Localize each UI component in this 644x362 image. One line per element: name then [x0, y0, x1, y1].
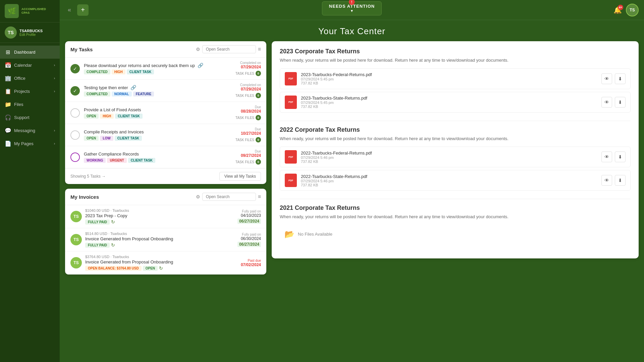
my-tasks-title: My Tasks [70, 47, 93, 52]
my-tasks-header: My Tasks ⚙ ≡ [65, 41, 266, 58]
tax-section-desc: When ready, your returns will be posted … [280, 135, 631, 142]
notification-button[interactable]: 🔔 4+ [613, 6, 622, 14]
task-date: 08/28/2024 [221, 109, 261, 114]
sidebar-item-files[interactable]: 📁 Files [0, 98, 60, 111]
task-meta: Due 08/28/2024 TASK FILES 0 [221, 105, 261, 120]
view-pdf-button[interactable]: 👁 [601, 73, 612, 84]
pdf-icon: PDF [285, 174, 297, 187]
tag: URGENT [107, 158, 126, 163]
download-pdf-button[interactable]: ⬇ [615, 175, 626, 186]
content-area: My Tasks ⚙ ≡ ✓ Please download your retu… [60, 41, 644, 362]
tag: FEATURE [133, 92, 154, 97]
sidebar-item-calendar[interactable]: 📅 Calendar › [0, 59, 60, 72]
support-icon: 🎧 [5, 114, 11, 121]
office-icon: 🏢 [5, 75, 11, 81]
sidebar-item-dashboard[interactable]: ⊞ Dashboard [0, 46, 60, 59]
task-tags: WORKING URGENT CLIENT TASK [84, 158, 217, 163]
sidebar-nav: ⊞ Dashboard 📅 Calendar › 🏢 Office › 📋 Pr… [0, 43, 60, 362]
invoice-name: Invoice Generated from Proposal Onboardi… [85, 236, 221, 241]
sidebar-item-my-pages[interactable]: 📄 My Pages › [0, 137, 60, 150]
invoice-item[interactable]: TS $1040.00 USD · Tsarbucks 2023 Tax Pre… [65, 205, 266, 228]
my-pages-icon: 📄 [5, 140, 11, 147]
menu-icon[interactable]: ≡ [258, 194, 261, 200]
chevron-down-icon: ▾ [351, 9, 353, 13]
task-item[interactable]: ◷ Provide a List of Fixed Assets OPEN HI… [65, 102, 266, 124]
invoice-pastdue-label: Past due [224, 259, 261, 262]
tax-section-2022: 2022 Corporate Tax Returns When ready, y… [280, 126, 631, 191]
invoice-date2: 06/27/2024 [237, 219, 261, 224]
sidebar-item-label: My Pages [14, 141, 34, 146]
link-icon: 🔗 [130, 85, 136, 90]
add-button[interactable]: + [77, 4, 89, 16]
sidebar-item-projects[interactable]: 📋 Projects › [0, 85, 60, 98]
task-meta: Due 10/27/2024 TASK FILES 0 [221, 127, 261, 142]
tasks-search-input[interactable] [202, 45, 256, 53]
task-files: TASK FILES 0 [221, 137, 261, 142]
chevron-right-icon: › [54, 129, 55, 132]
tag: COMPLETED [84, 69, 110, 74]
filter-icon[interactable]: ⚙ [196, 47, 200, 52]
edit-profile-link[interactable]: Edit Profile [19, 33, 43, 37]
main-content: Your Tax Center My Tasks ⚙ ≡ ✓ [60, 0, 644, 362]
pdf-name: 2022-Tsarbucks-State-Returns.pdf [301, 174, 597, 179]
folder-icon: 📂 [284, 230, 294, 239]
invoice-amount: $1040.00 USD · Tsarbucks [85, 208, 221, 213]
divider [280, 121, 631, 121]
pdf-item: PDF 2022-Tsarbucks-State-Returns.pdf 07/… [280, 170, 631, 191]
view-pdf-button[interactable]: 👁 [601, 175, 612, 186]
view-all-tasks-button[interactable]: View all My Tasks [219, 172, 261, 181]
invoice-avatar: TS [70, 234, 82, 245]
files-icon: 📁 [5, 101, 11, 108]
task-files: TASK FILES 0 [221, 71, 261, 76]
task-date: 09/27/2024 [221, 153, 261, 158]
tag: FULLY PAID [85, 243, 110, 248]
invoice-amount: $514.80 USD · Tsarbucks [85, 232, 221, 236]
back-button[interactable]: « [65, 5, 74, 15]
profile-area[interactable]: TS TSARBUCKS Edit Profile [0, 22, 60, 43]
pdf-item: PDF 2023-Tsarbucks-State-Returns.pdf 07/… [280, 92, 631, 113]
menu-icon[interactable]: ≡ [258, 46, 261, 52]
sidebar-item-office[interactable]: 🏢 Office › [0, 72, 60, 85]
task-item[interactable]: ✓ Testing type then enter 🔗 COMPLETED NO… [65, 80, 266, 102]
notification-badge: 4+ [618, 5, 623, 10]
download-pdf-button[interactable]: ⬇ [615, 97, 626, 108]
view-pdf-button[interactable]: 👁 [601, 97, 612, 108]
divider [280, 199, 631, 199]
tag: CLIENT TASK [128, 158, 155, 163]
calendar-icon: 📅 [5, 62, 11, 68]
invoice-item[interactable]: TS $3764.80 USD · Tsarbucks Invoice Gene… [65, 251, 266, 275]
invoices-search-input[interactable] [202, 193, 256, 201]
task-tags: OPEN HIGH CLIENT TASK [84, 114, 217, 119]
pdf-name: 2023-Tsarbucks-Federal-Returns.pdf [301, 72, 597, 77]
invoice-name: Invoice Generated from Proposal Onboardi… [85, 259, 221, 264]
pdf-name: 2022-Tsarbucks-Federal-Returns.pdf [301, 150, 597, 156]
sidebar-item-support[interactable]: 🎧 Support [0, 111, 60, 124]
sidebar: 🌿 ACCOMPLISHED cpas TS TSARBUCKS Edit Pr… [0, 0, 60, 362]
download-pdf-button[interactable]: ⬇ [615, 73, 626, 84]
link-icon: 🔗 [198, 63, 203, 68]
chevron-right-icon: › [54, 63, 55, 67]
filter-icon[interactable]: ⚙ [196, 194, 200, 199]
task-item[interactable]: ✓ Please download your returns and secur… [65, 58, 266, 80]
invoice-tags: FULLY PAID ↻ [85, 219, 221, 225]
download-pdf-button[interactable]: ⬇ [615, 152, 626, 162]
task-meta: Completed on 07/29/2024 TASK FILES 0 [221, 61, 261, 76]
task-item[interactable]: ◷ Compile Receipts and Invoices OPEN LOW… [65, 124, 266, 146]
pdf-date: 07/29/2024 5:45 pm [301, 77, 597, 81]
invoice-avatar: TS [70, 257, 82, 268]
invoice-item[interactable]: TS $514.80 USD · Tsarbucks Invoice Gener… [65, 228, 266, 251]
my-tasks-card: My Tasks ⚙ ≡ ✓ Please download your retu… [65, 41, 266, 184]
user-avatar[interactable]: TS [626, 4, 639, 16]
tag: CLIENT TASK [115, 136, 142, 141]
pdf-date: 07/29/2024 5:46 pm [301, 156, 597, 160]
needs-attention-banner[interactable]: ! NEEDS ATTENTION ▾ [322, 1, 382, 15]
invoice-date-red: 07/02/2024 [224, 262, 261, 267]
view-pdf-button[interactable]: 👁 [601, 152, 612, 162]
sidebar-item-messaging[interactable]: 💬 Messaging › [0, 124, 60, 137]
invoice-date1: 04/10/2023 [224, 213, 261, 218]
refresh-icon: ↻ [111, 219, 115, 225]
tag: HIGH [112, 69, 125, 74]
invoice-meta: Fully paid on 04/10/2023 06/27/2024 [224, 209, 261, 224]
task-name: Please download your returns and securel… [84, 63, 217, 68]
task-item[interactable]: ◑ Gather Compliance Records WORKING URGE… [65, 146, 266, 168]
